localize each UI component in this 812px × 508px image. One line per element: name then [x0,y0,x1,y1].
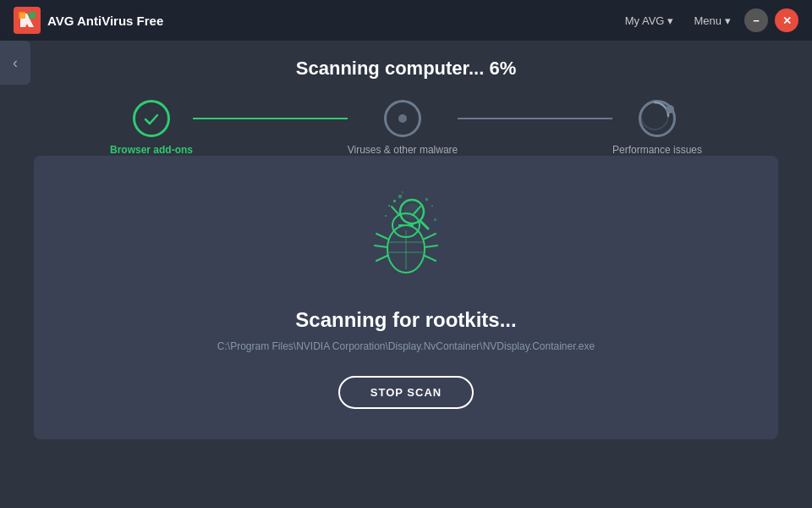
spinner-icon [639,100,671,132]
my-avg-button[interactable]: My AVG ▾ [618,11,681,30]
avg-logo-icon [14,7,41,34]
titlebar-controls: My AVG ▾ Menu ▾ − ✕ [618,8,798,32]
svg-line-14 [425,246,437,247]
chevron-down-icon: ▾ [667,14,673,27]
step-viruses: Viruses & other malware [348,100,458,156]
scanning-label: Scanning for rootkits... [295,308,516,332]
svg-line-12 [376,256,387,261]
svg-rect-31 [402,191,403,193]
svg-rect-2 [19,12,25,19]
svg-line-15 [425,256,436,261]
step-circle-1 [133,100,170,137]
minimize-button[interactable]: − [744,8,768,32]
svg-point-4 [398,114,407,123]
scan-panel: Scanning for rootkits... C:\Program File… [34,156,778,439]
progress-line-1 [193,118,348,119]
step-circle-2 [384,100,421,137]
svg-point-22 [403,203,420,220]
step-label-1: Browser add-ons [110,144,193,156]
back-button[interactable]: ‹ [0,41,30,85]
scan-title: Scanning computer... 6% [296,58,516,80]
close-button[interactable]: ✕ [775,8,798,32]
svg-rect-29 [385,215,387,217]
svg-line-10 [376,234,387,239]
step-label-3: Performance issues [612,144,702,156]
rootkit-icon [351,181,461,291]
svg-rect-24 [393,200,396,202]
svg-line-11 [375,246,387,247]
svg-line-13 [425,234,436,239]
svg-line-23 [420,221,428,229]
menu-button[interactable]: Menu ▾ [687,11,738,30]
step-circle-3 [639,100,676,137]
progress-line-2 [458,118,612,119]
active-circle-icon [393,109,412,128]
svg-rect-30 [434,218,436,221]
checkmark-icon [142,109,161,128]
stop-scan-button[interactable]: STOP SCAN [338,376,474,409]
step-performance: Performance issues [612,100,702,156]
step-label-2: Viruses & other malware [348,144,458,156]
svg-rect-3 [29,12,36,19]
rootkit-scan-illustration [351,181,461,291]
back-arrow-icon: ‹ [13,54,18,72]
app-title: AVG AntiVirus Free [47,14,163,28]
svg-line-8 [392,207,399,215]
app-logo: AVG AntiVirus Free [14,7,163,34]
svg-rect-27 [425,198,428,201]
chevron-down-icon: ▾ [725,14,731,27]
titlebar: AVG AntiVirus Free My AVG ▾ Menu ▾ − ✕ [0,0,812,41]
progress-steps: Browser add-ons Viruses & other malware [110,100,702,156]
svg-rect-28 [431,205,433,207]
svg-rect-25 [398,195,402,198]
svg-rect-26 [388,205,390,207]
step-browser-addons: Browser add-ons [110,100,193,156]
scan-path: C:\Program Files\NVIDIA Corporation\Disp… [217,340,595,352]
main-content: Scanning computer... 6% Browser add-ons … [0,41,812,439]
